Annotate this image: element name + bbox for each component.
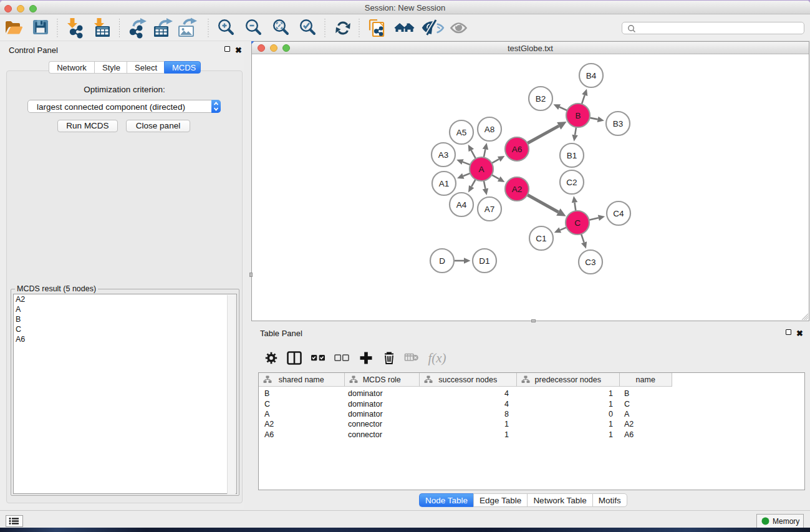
svg-text:C4: C4 — [613, 209, 624, 218]
svg-text:B3: B3 — [613, 119, 624, 128]
svg-text:B4: B4 — [586, 71, 597, 80]
svg-text:A6: A6 — [512, 145, 523, 154]
svg-text:B: B — [575, 111, 581, 120]
svg-text:A3: A3 — [438, 150, 449, 160]
svg-text:B2: B2 — [536, 94, 546, 104]
svg-text:B1: B1 — [567, 151, 577, 160]
svg-text:f(x): f(x) — [428, 351, 446, 365]
svg-text:D: D — [439, 256, 445, 266]
svg-text:A1: A1 — [439, 179, 450, 188]
svg-text:C1: C1 — [536, 234, 546, 243]
svg-text:D1: D1 — [479, 256, 489, 266]
svg-text:A8: A8 — [485, 125, 495, 134]
svg-text:A: A — [478, 165, 484, 174]
svg-text:A7: A7 — [485, 205, 495, 214]
svg-text:A4: A4 — [456, 200, 467, 210]
svg-text:C2: C2 — [566, 178, 577, 187]
svg-text:A5: A5 — [456, 128, 467, 137]
svg-text:C: C — [574, 218, 581, 228]
svg-text:C3: C3 — [585, 258, 595, 267]
svg-text:A2: A2 — [512, 185, 523, 194]
